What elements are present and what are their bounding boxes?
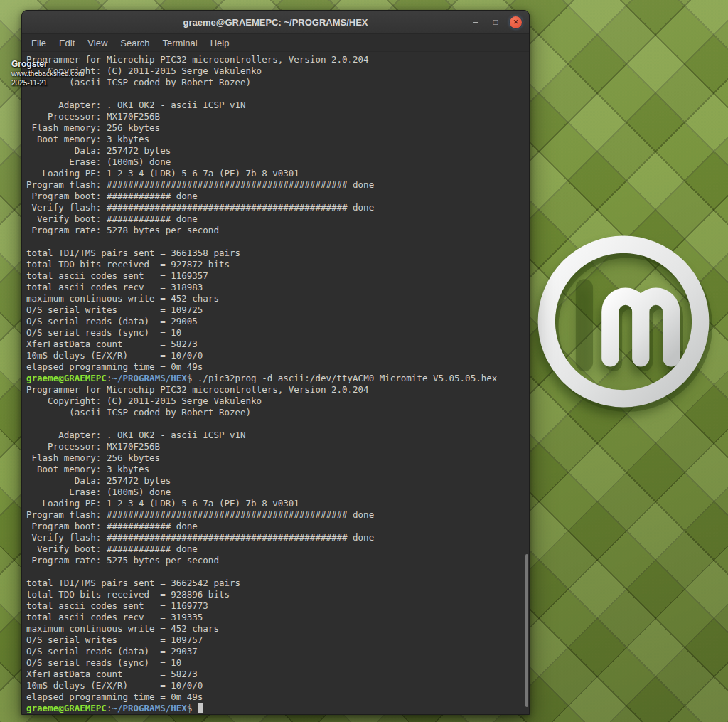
menu-item-view[interactable]: View [81, 36, 114, 51]
linux-mint-logo [524, 222, 723, 421]
terminal-line: Programmer for Microchip PIC32 microcont… [26, 384, 529, 395]
terminal-line: O/S serial reads (sync) = 10 [26, 327, 529, 339]
terminal-line: Processor: MX170F256B [26, 111, 529, 122]
terminal-line: Program flash: #########################… [26, 179, 529, 191]
terminal-line: Verify boot: ############ done [26, 213, 529, 225]
terminal-line: Boot memory: 3 kbytes [26, 464, 529, 475]
desktop-watermark: Grogster www.thebackshed.com 2025-11-21 [11, 60, 84, 87]
terminal-line: Program boot: ############ done [26, 521, 529, 532]
terminal-line: Verify boot: ############ done [26, 543, 529, 555]
watermark-date: 2025-11-21 [11, 78, 84, 87]
terminal-line: Program flash: #########################… [26, 509, 529, 521]
terminal-line: O/S serial reads (sync) = 10 [26, 657, 529, 669]
terminal-line: 10mS delays (E/X/R) = 10/0/0 [26, 680, 529, 691]
scrollbar-thumb[interactable] [525, 554, 528, 707]
window-titlebar[interactable]: graeme@GRAEMEPC: ~/PROGRAMS/HEX – □ ✕ [22, 11, 529, 34]
terminal-line: XferFastData count = 58273 [26, 669, 529, 680]
minimize-button[interactable]: – [470, 16, 481, 28]
terminal-line: O/S serial writes = 109757 [26, 635, 529, 646]
terminal-line: Programmer for Microchip PIC32 microcont… [26, 54, 529, 65]
terminal-window: graeme@GRAEMEPC: ~/PROGRAMS/HEX – □ ✕ Fi… [21, 10, 530, 715]
terminal-line: Copyright: (C) 2011-2015 Serge Vakulenko [26, 395, 529, 407]
terminal-line: graeme@GRAEMEPC:~/PROGRAMS/HEX$ ./pic32p… [26, 373, 529, 384]
terminal-line: Copyright: (C) 2011-2015 Serge Vakulenko [26, 65, 529, 77]
terminal-line: Erase: (100mS) done [26, 156, 529, 168]
terminal-line: Processor: MX170F256B [26, 441, 529, 452]
terminal-line: O/S serial writes = 109725 [26, 304, 529, 316]
watermark-site: www.thebackshed.com [11, 69, 84, 78]
terminal-line: elapsed programming time = 0m 49s [26, 361, 529, 373]
terminal-line: maximum continuous write = 452 chars [26, 623, 529, 635]
terminal-line: 10mS delays (E/X/R) = 10/0/0 [26, 350, 529, 361]
terminal-line [26, 566, 529, 578]
menu-item-edit[interactable]: Edit [53, 36, 81, 51]
maximize-button[interactable]: □ [490, 16, 501, 28]
terminal-cursor [198, 703, 203, 713]
menu-bar: FileEditViewSearchTerminalHelp [22, 34, 529, 52]
terminal-line: Program boot: ############ done [26, 191, 529, 202]
terminal-line: Data: 257472 bytes [26, 475, 529, 487]
window-title: graeme@GRAEMEPC: ~/PROGRAMS/HEX [22, 17, 529, 28]
terminal-line: Verify flash: ##########################… [26, 202, 529, 213]
terminal-line: total ascii codes sent = 1169773 [26, 600, 529, 612]
terminal-line [26, 418, 529, 430]
terminal-line: (ascii ICSP coded by Robert Rozee) [26, 77, 529, 88]
close-button[interactable]: ✕ [510, 16, 522, 28]
terminal-line: total ascii codes recv = 319335 [26, 612, 529, 623]
terminal-output: Programmer for Microchip PIC32 microcont… [26, 54, 529, 714]
terminal-line: (ascii ICSP coded by Robert Rozee) [26, 407, 529, 418]
menu-item-search[interactable]: Search [114, 36, 156, 51]
terminal-line: Flash memory: 256 kbytes [26, 122, 529, 134]
terminal-line: total TDO bits received = 927872 bits [26, 259, 529, 270]
terminal-line: Verify flash: ##########################… [26, 532, 529, 543]
terminal-area[interactable]: Programmer for Microchip PIC32 microcont… [22, 52, 529, 714]
terminal-line: graeme@GRAEMEPC:~/PROGRAMS/HEX$ [26, 703, 529, 714]
terminal-line: Flash memory: 256 kbytes [26, 452, 529, 464]
terminal-line: Program rate: 5278 bytes per second [26, 225, 529, 236]
watermark-author: Grogster [11, 60, 84, 69]
terminal-line: Adapter: . OK1 OK2 - ascii ICSP v1N [26, 100, 529, 111]
terminal-line: O/S serial reads (data) = 29037 [26, 646, 529, 657]
menu-item-file[interactable]: File [25, 36, 53, 51]
terminal-line: Loading PE: 1 2 3 4 (LDR) 5 6 7a (PE) 7b… [26, 168, 529, 179]
terminal-line: Program rate: 5275 bytes per second [26, 555, 529, 566]
terminal-line: Adapter: . OK1 OK2 - ascii ICSP v1N [26, 430, 529, 441]
terminal-line: Erase: (100mS) done [26, 487, 529, 498]
terminal-line: XferFastData count = 58273 [26, 339, 529, 350]
terminal-line: elapsed programming time = 0m 49s [26, 691, 529, 703]
terminal-line [26, 88, 529, 100]
terminal-line [26, 236, 529, 248]
menu-item-help[interactable]: Help [204, 36, 236, 51]
terminal-line: total TDO bits received = 928896 bits [26, 589, 529, 600]
terminal-line: Data: 257472 bytes [26, 145, 529, 156]
terminal-line: total ascii codes sent = 1169357 [26, 270, 529, 282]
terminal-line: maximum continuous write = 452 chars [26, 293, 529, 304]
terminal-line: total TDI/TMS pairs sent = 3661358 pairs [26, 248, 529, 259]
terminal-line: total TDI/TMS pairs sent = 3662542 pairs [26, 578, 529, 589]
window-controls: – □ ✕ [470, 11, 522, 33]
terminal-line: Loading PE: 1 2 3 4 (LDR) 5 6 7a (PE) 7b… [26, 498, 529, 509]
terminal-line: Boot memory: 3 kbytes [26, 134, 529, 145]
terminal-line: O/S serial reads (data) = 29005 [26, 316, 529, 327]
menu-item-terminal[interactable]: Terminal [156, 36, 204, 51]
terminal-line: total ascii codes recv = 318983 [26, 282, 529, 293]
